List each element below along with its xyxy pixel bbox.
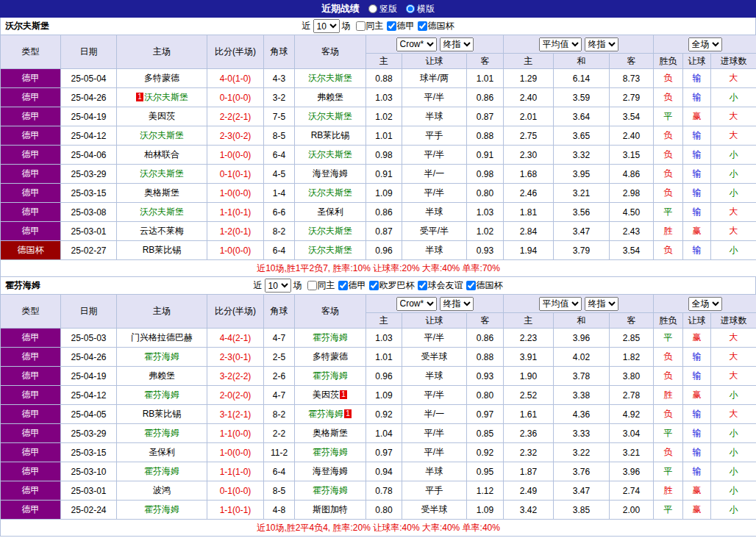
avg-away-odds-cell: 4.50 [610,203,654,222]
team-link[interactable]: 多特蒙德 [313,351,348,362]
filter-checkbox-2[interactable]: 欧罗巴杯 [369,279,415,292]
checkbox-input[interactable] [418,281,427,290]
recent-games-select[interactable]: 10 [313,19,340,33]
team-link[interactable]: 霍芬海姆 [313,370,348,381]
vertical-radio-label: 竖版 [379,3,397,15]
layout-radio-vertical[interactable]: 竖版 [368,3,397,15]
subcol-goals-result: 进球数 [711,313,756,329]
avg-draw-odds-cell: 3.79 [554,241,610,260]
team-link[interactable]: 沃尔夫斯堡 [308,111,352,121]
bookmaker-select[interactable]: Crow* [396,297,437,311]
avg-away-odds-cell: 2.78 [610,386,654,405]
team-link[interactable]: 圣保利 [317,207,343,217]
final-odds-select-euro[interactable]: 终指 [585,37,618,51]
layout-radio-horizontal[interactable]: 横版 [406,3,435,15]
asian-home-odds-cell: 0.87 [366,222,402,241]
team-link[interactable]: 云达不莱梅 [140,226,184,236]
score-cell: 4-4(2-1) [207,329,264,348]
team-link[interactable]: 沃尔夫斯堡 [308,73,352,83]
away-team-cell: 沃尔夫斯堡 [295,107,366,126]
filter-checkbox-0[interactable]: 同主 [356,20,384,32]
team-link[interactable]: 圣保利 [149,447,175,457]
team-link[interactable]: RB莱比锡 [143,245,182,255]
team-link[interactable]: 斯图加特 [313,504,348,514]
fulltime-select[interactable]: 全场 [688,37,722,51]
team-link[interactable]: RB莱比锡 [311,130,350,140]
team-link[interactable]: 波鸿 [153,485,171,495]
team-link[interactable]: 弗赖堡 [317,92,343,102]
team-link[interactable]: 沃尔夫斯堡 [140,207,184,217]
goals-result-cell: 大 [711,126,756,146]
team-link[interactable]: 沃尔夫斯堡 [140,130,184,140]
checkbox-label: 德甲 [349,279,366,292]
filter-checkbox-2[interactable]: 德国杯 [418,20,454,32]
final-odds-select-asian[interactable]: 终指 [440,37,474,51]
team-link[interactable]: 海登海姆 [313,168,348,179]
result-cell: 平 [654,329,683,348]
team-link[interactable]: 奥格斯堡 [144,187,179,198]
team-link[interactable]: 沃尔夫斯堡 [308,245,352,255]
team-link[interactable]: 弗赖堡 [149,370,175,381]
team-link[interactable]: 美因茨 [313,390,339,400]
team-link[interactable]: 霍芬海姆 [308,409,343,419]
team-link[interactable]: 霍芬海姆 [144,504,179,514]
goals-result-cell: 大 [711,203,756,222]
team-link[interactable]: 霍芬海姆 [144,351,179,362]
checkbox-input[interactable] [338,281,348,290]
filter-checkbox-1[interactable]: 德甲 [338,279,366,292]
team-link[interactable]: 霍芬海姆 [313,447,348,457]
handicap-cell: 平/半 [402,386,467,405]
team-link[interactable]: 沃尔夫斯堡 [144,92,188,102]
filter-checkbox-1[interactable]: 德甲 [387,20,415,32]
date-cell: 25-04-19 [61,107,117,126]
team-link[interactable]: 门兴格拉德巴赫 [131,332,193,342]
league-cell: 德甲 [1,107,61,126]
filter-checkbox-4[interactable]: 德国杯 [466,279,503,292]
matches-body: 德甲 25-05-04 多特蒙德 4-0(1-0) 4-3 沃尔夫斯堡 0.88… [1,69,756,260]
checkbox-input[interactable] [356,21,365,31]
filter-checkbox-3[interactable]: 球会友谊 [418,279,463,292]
checkbox-input[interactable] [387,21,396,31]
handicap-cell: 平/半 [402,88,467,107]
recent-games-select[interactable]: 10 [265,279,291,293]
team-link[interactable]: 霍芬海姆 [144,466,179,476]
team-link[interactable]: 美因茨 [149,111,175,121]
fulltime-select[interactable]: 全场 [688,297,722,311]
final-odds-select-asian[interactable]: 终指 [440,297,474,311]
average-odds-select[interactable]: 平均值 [539,37,582,51]
team-link[interactable]: 奥格斯堡 [313,428,348,438]
checkbox-input[interactable] [307,281,317,290]
match-row: 德甲 25-03-29 沃尔夫斯堡 0-1(0-1) 4-5 海登海姆 0.91… [1,165,756,184]
home-team-cell: 奥格斯堡 [117,184,207,203]
team-link[interactable]: 海登海姆 [313,466,348,476]
team-link[interactable]: 沃尔夫斯堡 [308,226,352,236]
date-cell: 25-04-26 [61,348,117,367]
avg-home-odds-cell: 1.87 [504,462,554,481]
final-odds-select-euro[interactable]: 终指 [585,297,618,311]
subcol-euro-draw: 和 [554,54,610,69]
red-card-badge: 1 [340,390,347,399]
checkbox-input[interactable] [369,281,379,290]
team-link[interactable]: 霍芬海姆 [313,332,348,342]
team-link[interactable]: 多特蒙德 [144,73,179,83]
team-link[interactable]: 柏林联合 [144,149,179,159]
avg-away-odds-cell: 1.82 [610,348,654,367]
vertical-radio-input[interactable] [368,4,377,13]
average-odds-select[interactable]: 平均值 [539,297,582,311]
handicap-cell: 受半球 [402,501,467,520]
team-link[interactable]: RB莱比锡 [143,409,182,419]
team-link[interactable]: 霍芬海姆 [144,390,179,400]
bookmaker-select[interactable]: Crow* [396,37,437,51]
checkbox-input[interactable] [466,281,476,290]
checkbox-input[interactable] [418,21,427,31]
horizontal-radio-input[interactable] [406,4,415,13]
team-link[interactable]: 霍芬海姆 [313,485,348,495]
league-cell: 德甲 [1,69,61,88]
result-cell: 负 [654,443,683,462]
team-link[interactable]: 沃尔夫斯堡 [308,149,352,159]
team-link[interactable]: 沃尔夫斯堡 [140,168,184,179]
team-link[interactable]: 沃尔夫斯堡 [308,187,352,198]
filter-checkbox-0[interactable]: 同主 [307,279,335,292]
team-link[interactable]: 霍芬海姆 [144,428,179,438]
avg-away-odds-cell: 3.21 [610,443,654,462]
